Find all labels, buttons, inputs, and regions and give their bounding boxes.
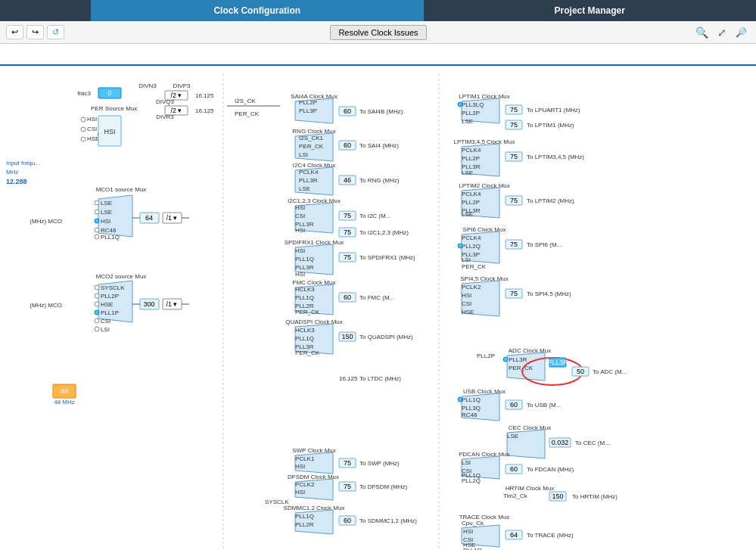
svg-text:To SDMMC1,2 (MHz): To SDMMC1,2 (MHz) bbox=[359, 517, 417, 524]
resolve-clock-button[interactable]: Resolve Clock Issues bbox=[330, 25, 426, 40]
svg-text:75: 75 bbox=[344, 483, 351, 490]
svg-text:LSI: LSI bbox=[299, 151, 308, 158]
svg-point-60 bbox=[95, 327, 99, 331]
svg-text:To SAI4 (MHz): To SAI4 (MHz) bbox=[359, 142, 399, 149]
svg-text:HSI: HSI bbox=[104, 128, 115, 135]
svg-text:16.125: 16.125 bbox=[195, 107, 214, 114]
clock-config-title: Clock Configuration bbox=[91, 0, 424, 21]
svg-text:HSI: HSI bbox=[463, 528, 473, 535]
svg-point-54 bbox=[95, 302, 99, 306]
svg-text:75: 75 bbox=[344, 228, 351, 236]
svg-text:HSI: HSI bbox=[295, 247, 305, 254]
svg-text:/1 ▾: /1 ▾ bbox=[166, 214, 177, 222]
svg-text:FDCAN Clock Mux: FDCAN Clock Mux bbox=[459, 451, 509, 458]
svg-text:To FDCAN (MHz): To FDCAN (MHz) bbox=[527, 466, 574, 473]
undo-button[interactable]: ↩ bbox=[6, 25, 23, 39]
svg-text:PLL2Q: PLL2Q bbox=[462, 477, 481, 484]
svg-text:75: 75 bbox=[510, 290, 518, 297]
svg-point-221 bbox=[458, 397, 462, 402]
svg-text:48 MHz: 48 MHz bbox=[54, 399, 75, 406]
svg-text:DIVQ3: DIVQ3 bbox=[156, 98, 175, 105]
content-area: 0 frac3 DIVN3 DIVP3 /2 ▾ /2 ▾ 16.125 16.… bbox=[0, 44, 756, 550]
clock-config-label: Clock Configuration bbox=[213, 5, 300, 16]
svg-text:HSI: HSI bbox=[295, 489, 305, 496]
svg-text:PLL3R: PLL3R bbox=[299, 177, 318, 184]
svg-text:CSI: CSI bbox=[87, 126, 97, 132]
svg-text:To FMC (M...: To FMC (M... bbox=[359, 294, 394, 301]
svg-point-52 bbox=[95, 294, 99, 298]
svg-text:/1 ▾: /1 ▾ bbox=[166, 300, 177, 308]
svg-text:PLL1Q: PLL1Q bbox=[462, 396, 481, 403]
svg-text:PER_CK: PER_CK bbox=[462, 263, 487, 270]
svg-text:0.032: 0.032 bbox=[552, 439, 569, 446]
svg-text:46: 46 bbox=[344, 176, 351, 184]
redo-button[interactable]: ↪ bbox=[26, 25, 44, 39]
zoom-in-icon[interactable]: 🔍 bbox=[692, 25, 711, 40]
svg-point-50 bbox=[95, 285, 99, 290]
expand-icon[interactable]: ⤢ bbox=[714, 25, 730, 40]
refresh-button[interactable]: ↺ bbox=[47, 25, 64, 39]
svg-text:CSI: CSI bbox=[101, 318, 110, 325]
svg-text:PLL2P: PLL2P bbox=[462, 110, 480, 117]
svg-text:60: 60 bbox=[510, 465, 518, 473]
svg-text:LSE: LSE bbox=[507, 433, 518, 440]
toolbar: ↩ ↪ ↺ Resolve Clock Issues 🔍 ⤢ 🔎 bbox=[0, 21, 756, 44]
svg-text:HSE: HSE bbox=[101, 301, 113, 308]
svg-text:To LPTIM1 (MHz): To LPTIM1 (MHz) bbox=[527, 122, 574, 129]
svg-text:frac3: frac3 bbox=[77, 90, 91, 97]
svg-text:PCLK1: PCLK1 bbox=[295, 455, 315, 462]
svg-text:LSE: LSE bbox=[462, 118, 473, 125]
svg-text:To USB (M...: To USB (M... bbox=[527, 402, 561, 409]
svg-text:PLL1Q: PLL1Q bbox=[101, 234, 120, 241]
svg-text:RC48: RC48 bbox=[101, 227, 117, 234]
svg-point-41 bbox=[95, 235, 99, 239]
svg-text:(MHz) MCO: (MHz) MCO bbox=[30, 302, 62, 309]
svg-text:60: 60 bbox=[344, 141, 351, 149]
svg-text:PLL1R: PLL1R bbox=[463, 547, 482, 550]
diagram-svg: 0 frac3 DIVN3 DIVP3 /2 ▾ /2 ▾ 16.125 16.… bbox=[0, 44, 756, 550]
svg-text:SYSCLK: SYSCLK bbox=[101, 284, 125, 291]
svg-text:16.125: 16.125 bbox=[339, 375, 358, 382]
svg-text:To SPI4,5 (MHz): To SPI4,5 (MHz) bbox=[527, 291, 571, 297]
svg-text:75: 75 bbox=[344, 253, 351, 261]
svg-text:PLL1Q: PLL1Q bbox=[295, 335, 314, 342]
svg-text:LPTIM3,4,5 Clock Mux: LPTIM3,4,5 Clock Mux bbox=[454, 138, 515, 145]
svg-text:LSE: LSE bbox=[101, 209, 112, 216]
svg-text:HCLK3: HCLK3 bbox=[295, 286, 315, 293]
svg-text:To LTDC (MHz): To LTDC (MHz) bbox=[359, 375, 401, 382]
svg-text:PER_CK: PER_CK bbox=[509, 365, 534, 371]
svg-point-39 bbox=[95, 228, 99, 232]
svg-text:To ADC (M...: To ADC (M... bbox=[593, 368, 627, 375]
svg-text:I2S_CK: I2S_CK bbox=[235, 98, 256, 104]
svg-text:75: 75 bbox=[344, 212, 351, 219]
main-container: Clock Configuration Project Manager ↩ ↪ … bbox=[0, 0, 756, 550]
svg-text:PLL3R: PLL3R bbox=[509, 356, 527, 363]
svg-text:60: 60 bbox=[344, 294, 351, 301]
svg-point-190 bbox=[458, 244, 462, 248]
svg-point-18 bbox=[81, 117, 86, 122]
svg-text:HRTIM Clock Mux: HRTIM Clock Mux bbox=[506, 485, 555, 492]
svg-text:PCLK4: PCLK4 bbox=[462, 235, 481, 241]
svg-text:LSI: LSI bbox=[101, 326, 110, 333]
svg-text:0: 0 bbox=[107, 89, 111, 97]
svg-point-33 bbox=[95, 200, 99, 205]
svg-text:PCLK4: PCLK4 bbox=[462, 147, 481, 154]
svg-text:To DFSDM (MHz): To DFSDM (MHz) bbox=[359, 483, 407, 490]
svg-text:60: 60 bbox=[510, 401, 518, 409]
zoom-out-icon[interactable]: 🔎 bbox=[733, 26, 750, 39]
svg-text:HSE: HSE bbox=[462, 309, 474, 315]
svg-text:LPTIM1 Clock Mux: LPTIM1 Clock Mux bbox=[459, 93, 510, 100]
svg-text:64: 64 bbox=[145, 214, 153, 222]
svg-text:PLL1Q: PLL1Q bbox=[295, 294, 314, 301]
svg-text:SPDIFRX1 Clock Mux: SPDIFRX1 Clock Mux bbox=[285, 239, 344, 246]
svg-text:PER_CK: PER_CK bbox=[299, 143, 324, 150]
svg-text:To HRTIM (MHz): To HRTIM (MHz) bbox=[572, 493, 618, 500]
svg-text:MHz: MHz bbox=[6, 169, 18, 176]
svg-text:To SWP (MHz): To SWP (MHz) bbox=[359, 460, 400, 467]
svg-text:HCLK3: HCLK3 bbox=[295, 327, 315, 334]
svg-text:16.125: 16.125 bbox=[195, 92, 214, 99]
svg-text:To LPTIM2 (MHz): To LPTIM2 (MHz) bbox=[527, 197, 574, 204]
svg-text:75: 75 bbox=[344, 459, 351, 467]
svg-text:60: 60 bbox=[344, 107, 351, 115]
header-left-panel bbox=[0, 0, 91, 21]
